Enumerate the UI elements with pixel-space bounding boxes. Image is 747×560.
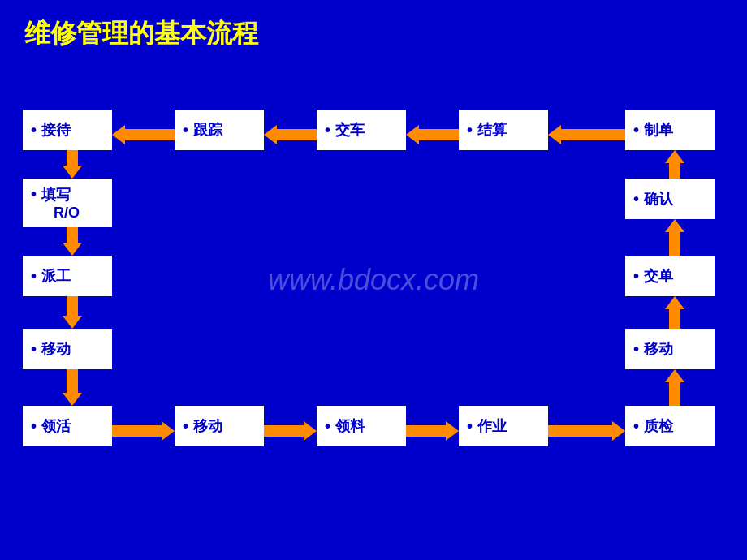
- arrow-yidong2-to-jiaodan: [663, 296, 686, 329]
- arrow-yidong1-to-linghuo: [61, 369, 84, 406]
- label-jiedai: 接待: [41, 120, 71, 140]
- box-lingliao: • 领料: [317, 406, 406, 446]
- label-linghuo: 领活: [41, 416, 71, 436]
- arrow-zuoye-to-zhijian: [548, 420, 625, 442]
- box-yidong2: • 移动: [625, 329, 715, 369]
- box-zhidan: • 制单: [625, 110, 715, 150]
- label-zhidan: 制单: [644, 120, 673, 140]
- arrow-jiesuan-to-jiaoche: [406, 123, 459, 146]
- box-jiedai: • 接待: [23, 110, 112, 150]
- arrow-zhidan-to-jiesuan: [548, 123, 625, 146]
- arrow-tiexie-to-paigong: [61, 227, 84, 256]
- label-zhijian: 质检: [644, 416, 673, 436]
- arrow-yidong3-to-lingliao: [264, 420, 317, 442]
- box-yidong1: • 移动: [23, 329, 112, 369]
- box-genzong: • 跟踪: [175, 110, 264, 150]
- box-zuoye: • 作业: [459, 406, 548, 446]
- label-jiaodan: 交单: [644, 266, 673, 286]
- box-linghuo: • 领活: [23, 406, 112, 446]
- box-yidong3: • 移动: [175, 406, 264, 446]
- arrow-queren-to-zhidan: [663, 150, 686, 179]
- arrow-jiaodan-to-queren: [663, 219, 686, 256]
- arrow-genzong-to-jiedai: [112, 123, 175, 146]
- box-queren: • 确认: [625, 179, 715, 219]
- box-jiaoche: • 交车: [317, 110, 406, 150]
- label-lingliao: 领料: [335, 416, 365, 436]
- watermark: www.bdocx.com: [268, 263, 479, 297]
- arrow-linghuo-to-yidong3: [112, 420, 175, 442]
- label-queren: 确认: [644, 189, 673, 209]
- box-jiaodan: • 交单: [625, 256, 715, 296]
- label-tiexie: 填写: [41, 185, 71, 205]
- arrow-zhijian-to-yidong2: [663, 369, 686, 406]
- label-jiesuan: 结算: [477, 120, 507, 140]
- label-yidong2: 移动: [644, 339, 673, 359]
- arrow-jiedai-to-tiexie: [61, 150, 84, 179]
- box-zhijian: • 质检: [625, 406, 715, 446]
- label-zuoye: 作业: [477, 416, 507, 436]
- arrow-lingliao-to-zuoye: [406, 420, 459, 442]
- label-tiexie-ro: R/O: [54, 205, 80, 221]
- arrow-jiaoche-to-genzong: [264, 123, 317, 146]
- box-tiexie: • 填写 R/O: [23, 179, 112, 227]
- label-jiaoche: 交车: [335, 120, 365, 140]
- box-paigong: • 派工: [23, 256, 112, 296]
- label-genzong: 跟踪: [193, 120, 222, 140]
- box-jiesuan: • 结算: [459, 110, 548, 150]
- label-yidong1: 移动: [41, 339, 71, 359]
- bullet-jiedai: •: [31, 121, 37, 140]
- arrow-paigong-to-yidong1: [61, 296, 84, 329]
- page-title: 维修管理的基本流程: [24, 16, 258, 52]
- label-yidong3: 移动: [193, 416, 222, 436]
- label-paigong: 派工: [41, 266, 71, 286]
